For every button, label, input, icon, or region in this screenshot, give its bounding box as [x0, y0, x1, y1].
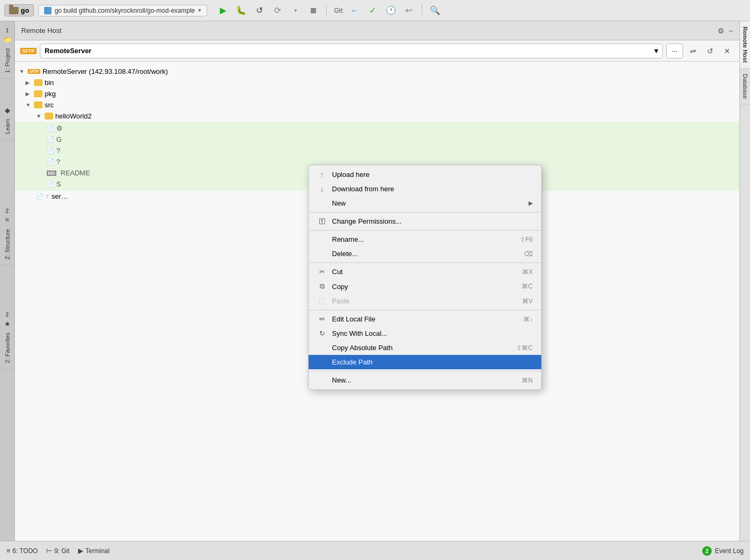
sftp-root-badge: SFTP [28, 69, 40, 74]
menu-item-copy[interactable]: ⧉ Copy ⌘C [309, 279, 541, 294]
menu-item-permissions[interactable]: ⚿ Change Permissions... [309, 214, 541, 228]
upload-icon: ↑ [317, 171, 327, 179]
terminal-icon: ▶ [78, 547, 83, 555]
sidebar-favorites-label[interactable]: 2: Favorites [2, 329, 13, 366]
file4-label: ? [56, 158, 60, 166]
server-refresh-button[interactable]: ↺ [703, 44, 717, 58]
git-undo-button[interactable]: ↩ [402, 3, 416, 18]
sidebar-project-label[interactable]: 1: Project [2, 45, 13, 76]
event-log-status[interactable]: Event Log [715, 547, 744, 555]
toolbar-buttons: ▶ 🐛 ↺ ⟳ ▾ ⏹ Git: ← ✓ 🕐 ↩ 🔍 [216, 3, 442, 18]
run-button[interactable]: ▶ [216, 3, 231, 18]
menu-item-download[interactable]: ↓ Download from here [309, 182, 541, 196]
git-status-label: 9: Git [54, 547, 70, 555]
menu-item-edit-local[interactable]: ✏ Edit Local File ⌘↓ [309, 312, 541, 326]
sidebar-project-section: 1 📁 1: Project [0, 26, 14, 79]
menu-item-rename[interactable]: Rename... ⇧F6 [309, 232, 541, 247]
tree-item-helloworld[interactable]: ▼ helloWorld2 [15, 111, 739, 122]
project-icon: 📁 [3, 36, 12, 44]
sftp-badge: SFTP [20, 48, 37, 54]
bin-folder-icon [34, 79, 42, 86]
git-clock-button[interactable]: 🕐 [383, 3, 398, 18]
tree-item-src[interactable]: ▼ src [15, 99, 739, 111]
menu-item-copy-path[interactable]: Copy Absolute Path ⇧⌘C [309, 341, 541, 355]
server-file-label: ser… [52, 192, 68, 200]
todo-status[interactable]: ≡ 6: TODO [6, 547, 38, 555]
right-tab-database[interactable]: Database [740, 69, 751, 105]
sync-icon: ↻ [317, 329, 327, 337]
terminal-status[interactable]: ▶ Terminal [78, 547, 109, 555]
sidebar-item-project[interactable]: 📁 [2, 33, 13, 45]
server-close-button[interactable]: ✕ [720, 44, 734, 58]
tree-item-file1[interactable]: 📄 ⚙ [15, 123, 739, 134]
minimize-icon[interactable]: − [729, 27, 733, 35]
tree-item-bin[interactable]: ▶ bin [15, 77, 739, 88]
tree-item-file3[interactable]: 📄 ? [15, 145, 739, 156]
copy-shortcut: ⌘C [522, 283, 533, 290]
sync-button[interactable]: ⟳ [270, 3, 285, 18]
git-check-button[interactable]: ✓ [365, 3, 380, 18]
src-label: src [45, 101, 54, 109]
server-question: ? [46, 194, 48, 199]
file5-label: README [61, 169, 90, 177]
server-dropdown[interactable]: RemoteServer ▾ [40, 44, 663, 58]
cut-icon: ✂ [317, 268, 327, 276]
dropdown-sync-button[interactable]: ▾ [288, 3, 303, 18]
menu-item-sync[interactable]: ↻ Sync With Local... [309, 326, 541, 341]
paste-shortcut: ⌘V [522, 298, 533, 305]
git-arrow-button[interactable]: ← [347, 3, 362, 18]
search-button[interactable]: 🔍 [428, 3, 442, 18]
refresh-button[interactable]: ↺ [252, 3, 267, 18]
sidebar-structure-label[interactable]: Z: Structure [2, 226, 13, 262]
menu-item-sync-left: ↻ Sync With Local... [317, 329, 387, 337]
project-folder[interactable]: go [4, 4, 34, 16]
run-tab[interactable]: go build github.com/skyrocknroll/go-mod-… [38, 5, 207, 16]
menu-item-delete[interactable]: Delete... ⌫ [309, 247, 541, 261]
src-arrow: ▼ [25, 102, 32, 108]
bin-arrow: ▶ [25, 80, 32, 86]
file3-icon: 📄 [47, 147, 54, 154]
download-label: Download from here [332, 185, 394, 193]
terminal-label: Terminal [86, 547, 109, 555]
tree-root[interactable]: ▼ SFTP RemoteServer (142.93.108.47/root/… [15, 66, 739, 77]
menu-item-upload[interactable]: ↑ Upload here [309, 167, 541, 182]
menu-item-paste[interactable]: ⬚ Paste ⌘V [309, 294, 541, 308]
git-status-icon: ⊢ [46, 547, 52, 555]
panel-header: Remote Host ⚙ − [15, 21, 739, 40]
pkg-arrow: ▶ [25, 91, 32, 97]
file2-label: G [56, 135, 62, 143]
new-arrow: ▶ [529, 200, 533, 207]
permissions-label: Change Permissions... [332, 217, 402, 225]
exclude-path-label: Exclude Path [332, 358, 373, 366]
git-status[interactable]: ⊢ 9: Git [46, 547, 70, 555]
context-menu: ↑ Upload here ↓ Download from here New ▶… [308, 165, 542, 390]
dropdown-arrow-icon: ▾ [654, 47, 658, 55]
paste-icon: ⬚ [317, 297, 327, 305]
menu-item-cut[interactable]: ✂ Cut ⌘X [309, 265, 541, 279]
server-config-button[interactable]: ⇌ [686, 44, 700, 58]
paste-label: Paste [332, 297, 350, 305]
tree-item-pkg[interactable]: ▶ pkg [15, 88, 739, 99]
debug-button[interactable]: 🐛 [234, 3, 249, 18]
ellipsis-button[interactable]: ··· [666, 44, 683, 58]
sidebar-item-favorites-icon[interactable]: ★ [2, 318, 13, 329]
copy-label: Copy [332, 283, 348, 291]
tree-item-file2[interactable]: 📄 G [15, 134, 739, 145]
settings-icon[interactable]: ⚙ [718, 27, 725, 35]
sidebar-learn-label[interactable]: Learn [2, 116, 13, 137]
sidebar-structure-section: Z ≡ Z: Structure [0, 206, 14, 265]
sidebar-item-structure-icon[interactable]: ≡ [2, 214, 13, 226]
pkg-label: pkg [45, 90, 56, 98]
right-tab-remote-host[interactable]: Remote Host [740, 21, 751, 69]
tab-dropdown-arrow[interactable]: ▾ [198, 7, 201, 14]
helloworld-arrow: ▼ [36, 113, 42, 119]
menu-item-exclude-path[interactable]: Exclude Path [309, 355, 541, 369]
copy-icon: ⧉ [317, 282, 327, 291]
copy-path-label: Copy Absolute Path [332, 344, 393, 352]
sidebar-item-learn-icon[interactable]: ◆ [2, 104, 13, 116]
stop-button[interactable]: ⏹ [306, 3, 321, 18]
file1-label: ⚙ [56, 124, 63, 132]
menu-separator-3 [309, 262, 541, 263]
menu-item-new[interactable]: New ▶ [309, 196, 541, 210]
menu-item-new-file[interactable]: New... ⌘N [309, 373, 541, 387]
